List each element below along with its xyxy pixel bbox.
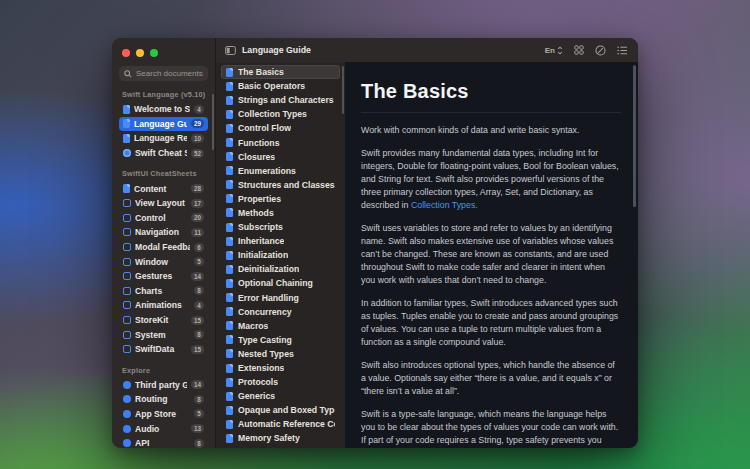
sidebar-item-language-guide[interactable]: Language Guide29	[119, 117, 208, 132]
chapter-item-opaque-and-boxed-types[interactable]: Opaque and Boxed Types	[221, 403, 340, 417]
sidebar-item-label: Welcome to Swift	[134, 104, 190, 114]
sidebar-toggle-icon[interactable]	[225, 46, 236, 55]
contents-list-icon[interactable]	[617, 46, 628, 55]
count-badge: 8	[194, 330, 204, 339]
sidebar-item-api[interactable]: API8	[119, 436, 208, 448]
chapter-item-functions[interactable]: Functions	[221, 135, 340, 149]
sidebar-scrollbar[interactable]	[212, 94, 215, 150]
chapter-list: The BasicsBasic OperatorsStrings and Cha…	[216, 62, 345, 448]
chevron-up-down-icon	[557, 46, 563, 55]
sidebar-section: ExploreThird party Gui...14Routing8App S…	[119, 366, 208, 449]
sidebar-item-navigation[interactable]: Navigation11	[119, 225, 208, 240]
sidebar-item-view-layout[interactable]: View Layout17	[119, 196, 208, 211]
chapter-item-label: Deinitialization	[238, 264, 299, 274]
sidebar-item-label: Language Refe...	[134, 133, 187, 143]
sidebar-section-title: SwiftUI CheatSheets	[122, 169, 208, 178]
chapter-item-label: Optional Chaining	[238, 278, 313, 288]
chapter-item-subscripts[interactable]: Subscripts	[221, 220, 340, 234]
chapter-item-label: Closures	[238, 152, 275, 162]
count-badge: 15	[191, 345, 204, 354]
doc-icon	[226, 392, 233, 401]
chapter-item-closures[interactable]: Closures	[221, 150, 340, 164]
sidebar-item-language-refe[interactable]: Language Refe...10	[119, 131, 208, 146]
sidebar-item-charts[interactable]: Charts8	[119, 284, 208, 299]
sidebar-item-welcome-to-swift[interactable]: Welcome to Swift4	[119, 102, 208, 117]
doc-icon	[226, 265, 233, 274]
sidebar-item-label: Control	[135, 213, 187, 223]
app-icon	[123, 243, 131, 251]
chapter-item-control-flow[interactable]: Control Flow	[221, 121, 340, 135]
chapter-item-deinitialization[interactable]: Deinitialization	[221, 262, 340, 276]
doc-icon	[226, 124, 233, 133]
chapter-item-properties[interactable]: Properties	[221, 192, 340, 206]
chapter-item-macros[interactable]: Macros	[221, 319, 340, 333]
sidebar-item-system[interactable]: System8	[119, 327, 208, 342]
count-badge: 5	[194, 257, 204, 266]
doc-icon	[226, 110, 233, 119]
minimize-button[interactable]	[136, 49, 144, 57]
doc-icon	[226, 335, 233, 344]
chapter-item-extensions[interactable]: Extensions	[221, 361, 340, 375]
chapter-item-initialization[interactable]: Initialization	[221, 248, 340, 262]
sidebar-item-gestures[interactable]: Gestures14	[119, 269, 208, 284]
chapter-item-protocols[interactable]: Protocols	[221, 375, 340, 389]
chapter-item-automatic-reference-co[interactable]: Automatic Reference Co...	[221, 417, 340, 431]
chapter-list-scrollbar[interactable]	[342, 66, 345, 114]
doc-icon	[226, 378, 233, 387]
chapter-item-label: Control Flow	[238, 123, 291, 133]
chapter-item-structures-and-classes[interactable]: Structures and Classes	[221, 178, 340, 192]
zoom-button[interactable]	[150, 49, 158, 57]
sidebar-item-swift-cheat-sh[interactable]: Swift Cheat Sh...52	[119, 146, 208, 161]
grid-icon[interactable]	[574, 45, 584, 55]
sidebar-item-modal-feedback[interactable]: Modal Feedback6	[119, 240, 208, 255]
doc-icon	[226, 406, 233, 415]
chapter-item-strings-and-characters[interactable]: Strings and Characters	[221, 93, 340, 107]
chapter-item-label: Protocols	[238, 377, 278, 387]
close-button[interactable]	[122, 49, 130, 57]
collection-types-link[interactable]: Collection Types.	[411, 200, 478, 210]
chapter-item-type-casting[interactable]: Type Casting	[221, 333, 340, 347]
app-icon	[123, 287, 131, 295]
traffic-lights	[119, 47, 208, 66]
chapter-item-label: Generics	[238, 391, 275, 401]
sidebar-item-label: Charts	[135, 286, 190, 296]
language-selector[interactable]: En	[545, 46, 563, 55]
chapter-item-enumerations[interactable]: Enumerations	[221, 164, 340, 178]
sidebar-item-content[interactable]: Content28	[119, 181, 208, 196]
app-window: Search documents Swift Language (v5.10)W…	[112, 38, 638, 448]
chapter-item-error-handling[interactable]: Error Handling	[221, 291, 340, 305]
content-scrollbar[interactable]	[633, 65, 636, 207]
sidebar-section: SwiftUI CheatSheetsContent28View Layout1…	[119, 169, 208, 356]
chapter-item-methods[interactable]: Methods	[221, 206, 340, 220]
chapter-item-generics[interactable]: Generics	[221, 389, 340, 403]
chapter-item-concurrency[interactable]: Concurrency	[221, 305, 340, 319]
sidebar-item-animations[interactable]: Animations4	[119, 298, 208, 313]
chapter-item-label: Concurrency	[238, 307, 292, 317]
chapter-item-nested-types[interactable]: Nested Types	[221, 347, 340, 361]
chapter-item-collection-types[interactable]: Collection Types	[221, 107, 340, 121]
chapter-item-basic-operators[interactable]: Basic Operators	[221, 79, 340, 93]
chapter-item-the-basics[interactable]: The Basics	[221, 65, 340, 79]
chapter-item-label: Initialization	[238, 250, 288, 260]
search-input[interactable]: Search documents	[119, 66, 208, 81]
chapter-item-inheritance[interactable]: Inheritance	[221, 234, 340, 248]
sidebar-item-window[interactable]: Window5	[119, 254, 208, 269]
sidebar-item-label: Modal Feedback	[135, 242, 190, 252]
chapter-item-label: Strings and Characters	[238, 95, 334, 105]
doc-icon	[226, 434, 233, 443]
sidebar-item-third-party-gui[interactable]: Third party Gui...14	[119, 378, 208, 393]
sidebar-item-routing[interactable]: Routing8	[119, 392, 208, 407]
chapter-item-optional-chaining[interactable]: Optional Chaining	[221, 276, 340, 290]
sidebar-item-label: Gestures	[135, 271, 187, 281]
compose-icon[interactable]	[595, 45, 606, 56]
sidebar-item-control[interactable]: Control20	[119, 211, 208, 226]
sidebar-item-audio[interactable]: Audio13	[119, 421, 208, 436]
sidebar-item-label: Window	[135, 257, 190, 267]
chapter-item-memory-safety[interactable]: Memory Safety	[221, 431, 340, 445]
dot-icon	[123, 395, 131, 403]
sidebar-item-app-store[interactable]: App Store5	[119, 407, 208, 422]
count-badge: 8	[194, 286, 204, 295]
sidebar-item-swiftdata[interactable]: SwiftData15	[119, 342, 208, 357]
sidebar-item-storekit[interactable]: StoreKit15	[119, 313, 208, 328]
count-badge: 4	[194, 301, 204, 310]
